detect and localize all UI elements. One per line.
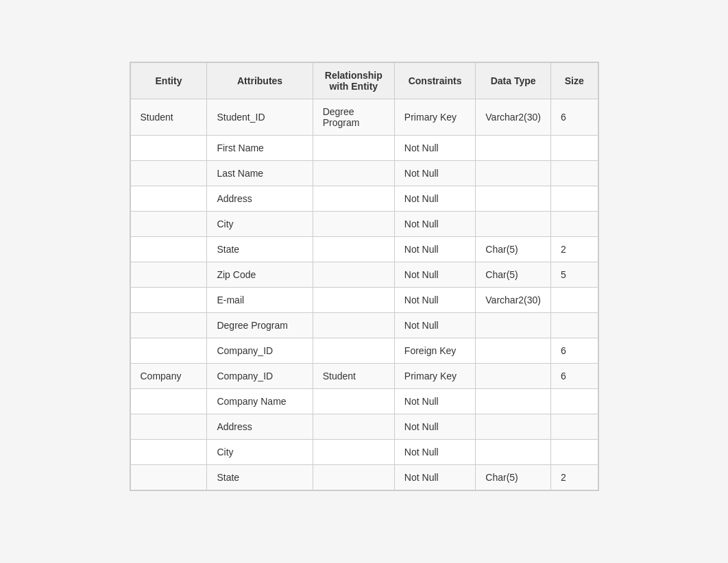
cell-attributes: City [207, 440, 313, 465]
cell-size: 5 [550, 262, 598, 288]
cell-datatype [476, 338, 551, 364]
cell-constraints: Not Null [394, 414, 475, 440]
table-row: StateNot NullChar(5)2 [130, 237, 598, 262]
cell-entity [130, 136, 207, 161]
cell-datatype [476, 161, 551, 186]
cell-attributes: State [207, 237, 313, 262]
cell-size [550, 161, 598, 186]
cell-constraints: Not Null [394, 313, 475, 338]
cell-attributes: Zip Code [207, 262, 313, 288]
table-row: CityNot Null [130, 440, 598, 465]
cell-relationship [313, 338, 394, 364]
cell-attributes: Address [207, 414, 313, 440]
cell-size [550, 313, 598, 338]
cell-entity [130, 414, 207, 440]
cell-size: 6 [550, 338, 598, 364]
cell-relationship [313, 161, 394, 186]
cell-size [550, 414, 598, 440]
cell-relationship [313, 465, 394, 490]
cell-datatype: Varchar2(30) [476, 288, 551, 313]
cell-entity [130, 262, 207, 288]
cell-constraints: Not Null [394, 186, 475, 212]
table-row: AddressNot Null [130, 414, 598, 440]
cell-relationship [313, 288, 394, 313]
header-entity: Entity [130, 63, 207, 99]
cell-relationship [313, 440, 394, 465]
cell-constraints: Not Null [394, 237, 475, 262]
cell-attributes: Company_ID [207, 338, 313, 364]
cell-attributes: Address [207, 186, 313, 212]
header-datatype: Data Type [476, 63, 551, 99]
cell-relationship [313, 313, 394, 338]
cell-datatype [476, 186, 551, 212]
cell-relationship [313, 136, 394, 161]
cell-datatype: Char(5) [476, 262, 551, 288]
cell-relationship: Student [313, 364, 394, 389]
table-row: CityNot Null [130, 212, 598, 237]
cell-relationship [313, 212, 394, 237]
cell-datatype [476, 389, 551, 414]
cell-datatype [476, 414, 551, 440]
cell-entity: Company [130, 364, 207, 389]
header-constraints: Constraints [394, 63, 475, 99]
table-row: StateNot NullChar(5)2 [130, 465, 598, 490]
table-row: Company NameNot Null [130, 389, 598, 414]
cell-attributes: E-mail [207, 288, 313, 313]
table-row: First NameNot Null [130, 136, 598, 161]
cell-relationship [313, 414, 394, 440]
cell-relationship [313, 262, 394, 288]
cell-constraints: Not Null [394, 440, 475, 465]
cell-size [550, 440, 598, 465]
cell-size [550, 186, 598, 212]
cell-relationship: Degree Program [313, 99, 394, 136]
table-header-row: Entity Attributes Relationship with Enti… [130, 63, 598, 99]
cell-relationship [313, 389, 394, 414]
cell-entity: Student [130, 99, 207, 136]
cell-entity [130, 389, 207, 414]
header-attributes: Attributes [207, 63, 313, 99]
table-row: Degree ProgramNot Null [130, 313, 598, 338]
cell-attributes: First Name [207, 136, 313, 161]
cell-attributes: City [207, 212, 313, 237]
table-row: Last NameNot Null [130, 161, 598, 186]
page-container: Entity Attributes Relationship with Enti… [0, 0, 728, 553]
table-row: AddressNot Null [130, 186, 598, 212]
cell-entity [130, 440, 207, 465]
cell-entity [130, 288, 207, 313]
cell-attributes: Degree Program [207, 313, 313, 338]
table-row: E-mailNot NullVarchar2(30) [130, 288, 598, 313]
cell-constraints: Not Null [394, 288, 475, 313]
cell-datatype: Char(5) [476, 465, 551, 490]
cell-constraints: Not Null [394, 262, 475, 288]
cell-relationship [313, 186, 394, 212]
cell-entity [130, 338, 207, 364]
cell-entity [130, 237, 207, 262]
cell-entity [130, 465, 207, 490]
table-row: StudentStudent_IDDegree ProgramPrimary K… [130, 99, 598, 136]
cell-constraints: Not Null [394, 389, 475, 414]
header-size: Size [550, 63, 598, 99]
table-wrapper: Entity Attributes Relationship with Enti… [130, 62, 599, 491]
cell-datatype [476, 440, 551, 465]
cell-datatype [476, 313, 551, 338]
cell-constraints: Not Null [394, 465, 475, 490]
cell-constraints: Not Null [394, 212, 475, 237]
cell-entity [130, 186, 207, 212]
cell-datatype: Char(5) [476, 237, 551, 262]
cell-size: 6 [550, 364, 598, 389]
cell-constraints: Not Null [394, 161, 475, 186]
cell-entity [130, 161, 207, 186]
data-table: Entity Attributes Relationship with Enti… [130, 62, 598, 490]
cell-size [550, 288, 598, 313]
cell-size [550, 212, 598, 237]
cell-size [550, 389, 598, 414]
cell-relationship [313, 237, 394, 262]
cell-attributes: Student_ID [207, 99, 313, 136]
cell-datatype: Varchar2(30) [476, 99, 551, 136]
cell-entity [130, 212, 207, 237]
cell-constraints: Not Null [394, 136, 475, 161]
table-row: Company_IDForeign Key6 [130, 338, 598, 364]
cell-datatype [476, 136, 551, 161]
cell-attributes: Last Name [207, 161, 313, 186]
cell-constraints: Primary Key [394, 99, 475, 136]
